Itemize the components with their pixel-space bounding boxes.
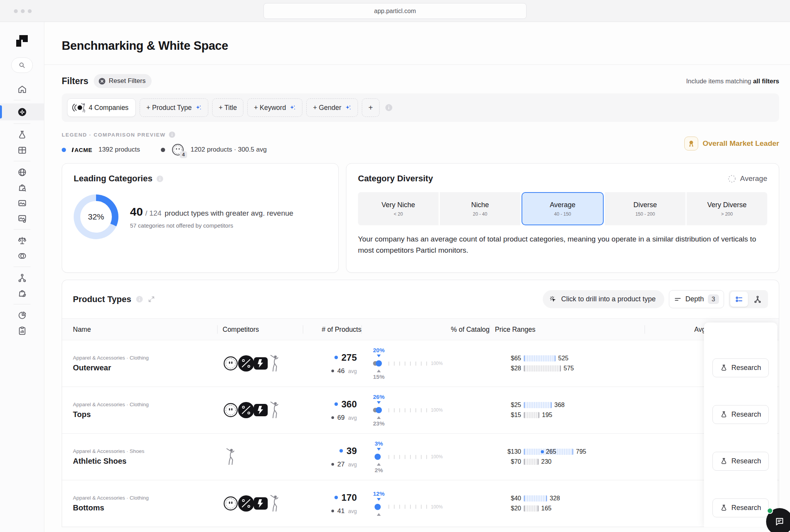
sidebar-item-reports[interactable] [0, 323, 44, 338]
diversity-option-niche[interactable]: Niche20 - 40 [440, 192, 520, 225]
sidebar-item-home[interactable] [0, 81, 44, 97]
info-icon[interactable] [156, 175, 164, 182]
sidebar-item-bag-edit[interactable] [0, 285, 44, 301]
compass-icon [17, 107, 27, 117]
sidebar-item-tree[interactable] [0, 270, 44, 285]
url-text: app.particl.com [374, 8, 416, 15]
flask-icon [17, 130, 27, 140]
flask-icon [720, 411, 728, 418]
scale-icon [17, 236, 27, 245]
avg-label: avg [348, 368, 357, 374]
image-icon [17, 198, 27, 208]
address-bar[interactable]: app.particl.com [263, 3, 527, 19]
ai-sparkle-icon [289, 105, 296, 111]
category-breadcrumb: Apparel & Accessories · Clothing [73, 495, 223, 501]
competitors-cell [223, 355, 308, 372]
competitor-crest-logo: 4 [171, 143, 184, 156]
table-row[interactable]: Apparel & Accessories · Clothing Bottoms… [62, 480, 779, 527]
column-header-1[interactable]: Competitors [223, 325, 308, 334]
sidebar-search[interactable] [11, 57, 33, 73]
award-icon [687, 139, 695, 148]
add-filter-button[interactable]: + [362, 98, 380, 117]
competitor-golfer-logo [226, 448, 236, 466]
competitor-disc-logo [237, 495, 255, 512]
venn-icon [17, 251, 27, 261]
avg-label: avg [348, 415, 357, 421]
column-header-0[interactable]: Name [73, 325, 223, 334]
browser-chrome: app.particl.com [0, 0, 790, 22]
info-icon[interactable] [136, 296, 143, 303]
filter-chip-1[interactable]: + Title [212, 98, 243, 117]
table-body: Apparel & Accessories · Clothing Outerwe… [62, 340, 779, 527]
sidebar-item-globe[interactable] [0, 164, 44, 180]
price-range: $40328 [501, 495, 650, 502]
diversity-option-average[interactable]: Average40 - 150 [522, 192, 604, 225]
table-row[interactable]: Apparel & Accessories · Clothing Tops 36… [62, 387, 779, 434]
catalog-max-label: 100% [431, 361, 443, 366]
catalog-dots [372, 407, 385, 414]
leading-categories-sub: 57 categories not offered by competitors [130, 222, 293, 229]
companies-filter-button[interactable]: 4 Companies [67, 98, 136, 117]
search-icon [18, 61, 26, 69]
filter-bar: 4 Companies + Product Type+ Title+ Keywo… [62, 93, 779, 122]
sidebar-item-overlap[interactable] [0, 248, 44, 263]
info-icon[interactable] [385, 104, 393, 111]
list-view-icon [735, 295, 743, 304]
page-title: Benchmarking & White Space [62, 39, 773, 53]
market-leader-badge: Overall Market Leader [684, 137, 779, 150]
globe-icon [17, 167, 27, 177]
column-header-4[interactable]: Price Ranges [495, 325, 650, 334]
sidebar-item-media[interactable] [0, 195, 44, 211]
depth-button[interactable]: Depth 3 [669, 290, 724, 308]
filter-chip-2[interactable]: + Keyword [247, 98, 302, 117]
research-button[interactable]: Research [712, 358, 769, 377]
leading-categories-title: Leading Categories [74, 174, 152, 184]
research-button[interactable]: Research [712, 498, 769, 517]
diversity-option-very-niche[interactable]: Very Niche< 20 [358, 192, 439, 225]
comparison-series-dot [161, 148, 165, 152]
list-view-button[interactable] [730, 292, 748, 307]
sidebar-item-benchmarking[interactable] [0, 103, 44, 120]
info-icon[interactable] [169, 131, 176, 138]
sidebar-item-product-search[interactable] [0, 180, 44, 195]
tree-view-button[interactable] [749, 292, 766, 307]
research-button[interactable]: Research [712, 452, 769, 471]
filter-chip-3[interactable]: + Gender [306, 98, 358, 117]
ai-sparkle-icon [195, 105, 202, 111]
catalog-dots [372, 360, 385, 367]
diversity-option-diverse[interactable]: Diverse150 - 200 [605, 192, 685, 225]
sidebar-item-compare[interactable] [0, 233, 44, 248]
category-diversity-card: Category Diversity Average Very Niche< 2… [346, 163, 779, 273]
drill-hint-button[interactable]: Click to drill into a product type [543, 290, 664, 308]
catalog-cell: 3% 100% 2% [367, 440, 495, 473]
price-range: $130265795 [501, 448, 650, 455]
window-controls[interactable] [14, 9, 32, 13]
column-header-2[interactable]: # of Products [308, 325, 367, 334]
chat-fab[interactable] [766, 508, 790, 532]
price-range: $70230 [501, 458, 650, 465]
product-count: 170 [341, 492, 357, 503]
catalog-max-label: 100% [431, 454, 443, 459]
filter-chip-0[interactable]: + Product Type [140, 98, 208, 117]
catalog-dots [372, 503, 385, 510]
name-cell: Apparel & Accessories · Clothing Bottoms [73, 495, 223, 512]
column-header-3[interactable]: % of Catalog [367, 325, 495, 334]
competitor-golfer-logo [270, 355, 280, 372]
catalog-avg-percent: 2% [375, 467, 383, 473]
match-note: Include items matching all filters [686, 78, 779, 85]
diversity-option-very-diverse[interactable]: Very Diverse> 200 [687, 192, 767, 225]
price-range: $25368 [501, 402, 650, 409]
sidebar-item-media-alt[interactable] [0, 211, 44, 226]
product-count: 39 [346, 446, 357, 456]
reset-filters-button[interactable]: Reset Filters [94, 74, 152, 88]
donut-chart: 32% [74, 194, 118, 239]
product-type-name: Bottoms [73, 503, 223, 512]
sidebar-item-analytics[interactable] [0, 307, 44, 323]
sidebar-item-lab[interactable] [0, 127, 44, 142]
expand-button[interactable] [148, 296, 155, 303]
dashed-circle-icon [728, 174, 736, 183]
table-row[interactable]: Apparel & Accessories · Clothing Outerwe… [62, 340, 779, 387]
table-row[interactable]: Apparel & Accessories · Shoes Athletic S… [62, 434, 779, 480]
research-button[interactable]: Research [712, 405, 769, 424]
sidebar-item-table[interactable] [0, 142, 44, 158]
